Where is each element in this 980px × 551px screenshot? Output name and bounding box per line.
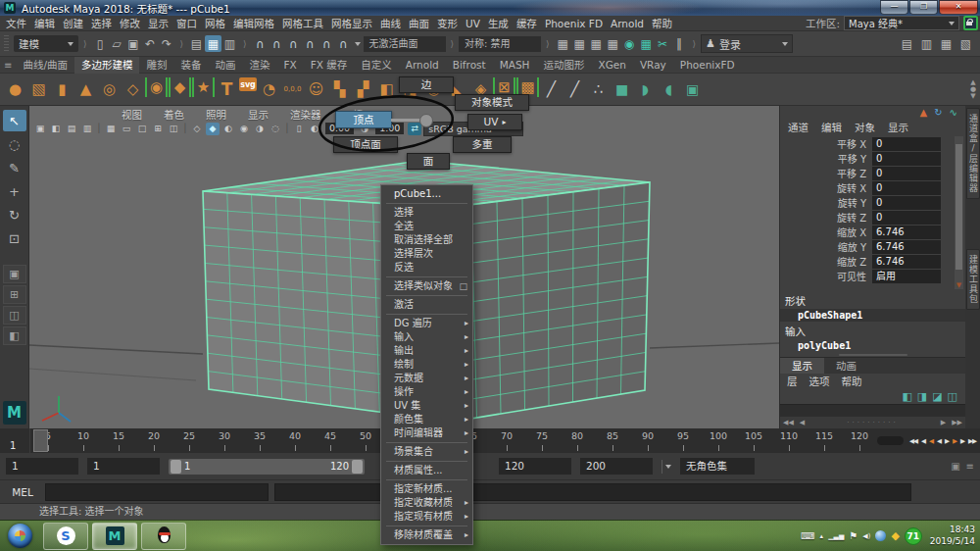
context-menu-item[interactable]: 时间编辑器 ▸	[381, 426, 472, 440]
move-tool-icon[interactable]: +	[3, 180, 26, 202]
horizontal-scrollbar[interactable]: ◀◀◀ ·········· ▶▶▶	[780, 416, 965, 428]
channel-box-menu[interactable]: 对象	[855, 120, 875, 134]
marking-menu-face[interactable]: 面	[407, 153, 450, 170]
snap-flyout-icon[interactable]	[355, 42, 361, 46]
timeline-tick[interactable]: 90	[630, 428, 665, 453]
menu-set-dropdown[interactable]: 建模	[14, 35, 78, 52]
select-tool-icon[interactable]: ↖	[3, 110, 26, 131]
anim-pref-icons[interactable]: ▣≡	[951, 461, 974, 472]
menubar-item[interactable]: 变形	[433, 18, 462, 29]
shelf-tab[interactable]: 多边形建模	[74, 57, 140, 74]
context-menu-item[interactable]: 移除材质覆盖 ▸	[381, 528, 472, 542]
context-menu-item[interactable]: 选择类似对象 □	[381, 279, 472, 293]
timeline-tick[interactable]: 30	[207, 428, 242, 453]
textured-mode-icon[interactable]: ◐	[221, 123, 235, 135]
toolbox-extra-2-icon[interactable]: ▥	[918, 35, 935, 52]
drag-grip[interactable]	[4, 35, 9, 53]
context-menu-item[interactable]: 选择层次	[381, 247, 472, 261]
playback-button[interactable]: ▶	[952, 437, 957, 445]
shape-node[interactable]: pCubeShape1	[780, 309, 965, 322]
shelf-tab[interactable]: Arnold	[399, 57, 446, 74]
rotate-tool-icon[interactable]: ↻	[3, 204, 26, 225]
symmetry-field[interactable]: 对称: 禁用	[459, 36, 541, 52]
animation-end-field[interactable]: 200	[580, 458, 653, 475]
shelf-tab[interactable]: FX 缓存	[304, 57, 355, 74]
context-menu-item[interactable]	[386, 442, 467, 443]
channel-value[interactable]: 6.746	[872, 225, 941, 239]
taskbar-qq-button[interactable]	[141, 523, 186, 550]
svg-tool-icon[interactable]: svg	[239, 77, 257, 91]
playback-start-field[interactable]: 1	[87, 458, 160, 475]
context-menu-item[interactable]: 材质属性...	[381, 464, 472, 477]
sep[interactable]: │	[96, 123, 102, 135]
undo-icon[interactable]: ↶	[142, 35, 159, 52]
shadows-icon[interactable]: ◑	[253, 123, 267, 135]
context-menu-item[interactable]: pCube1...	[381, 187, 472, 201]
tray-network-icon[interactable]	[875, 530, 886, 541]
timeline-tick[interactable]: 100	[701, 428, 736, 453]
toolbox-extra-3-icon[interactable]: ▦	[938, 35, 955, 52]
shelf-tab[interactable]: 自定义	[354, 57, 399, 74]
marking-menu-vertex[interactable]: 顶点	[335, 111, 392, 128]
range-slider[interactable]: 1 120	[169, 459, 365, 475]
menubar-item[interactable]: 帮助	[648, 18, 676, 29]
channel-value[interactable]: 0	[872, 196, 941, 210]
quad-draw-icon[interactable]: ▚	[328, 77, 351, 101]
layer-editor-tab[interactable]: 动画	[824, 358, 868, 374]
playback-end-field[interactable]: 120	[499, 458, 571, 475]
tray-battery-badge[interactable]: 71	[905, 527, 922, 545]
layer-move-icon[interactable]: ◫	[948, 390, 957, 403]
workspace-lock-icon[interactable]	[963, 16, 978, 30]
range-handle-left[interactable]	[171, 460, 181, 474]
scrollbar-thumb[interactable]	[956, 144, 962, 270]
shelf-menu-icon[interactable]: ≡	[4, 60, 12, 71]
layer-editor-menu[interactable]: 帮助	[842, 374, 862, 388]
bookmark-icon[interactable]: ▤	[65, 123, 78, 135]
menubar-item[interactable]: 显示	[144, 18, 172, 29]
playback-button[interactable]: ▶	[944, 437, 950, 445]
minimize-button[interactable]: —	[880, 0, 908, 15]
menubar-item[interactable]: 编辑	[30, 18, 59, 29]
menubar-item[interactable]: UV	[462, 18, 484, 29]
scale-tool-icon[interactable]: ⊡	[3, 227, 26, 249]
channel-refresh-icon[interactable]: ↻	[934, 108, 942, 118]
combine-icon[interactable]: ◧	[375, 77, 398, 101]
marking-menu-object-mode[interactable]: 对象模式	[455, 94, 529, 111]
menubar-item[interactable]: 网格	[201, 18, 229, 29]
shelf-tab[interactable]: 曲线/曲面	[16, 57, 74, 74]
render-current-icon[interactable]: ◉	[621, 35, 638, 52]
shaded-mode-icon[interactable]: ◆	[206, 123, 220, 135]
menubar-item[interactable]: 生成	[484, 18, 513, 29]
context-menu-item[interactable]: 选择	[381, 206, 472, 220]
timeline-tick[interactable]: 110	[771, 428, 807, 453]
taskbar-clock[interactable]: 18:43 2019/5/14	[930, 525, 975, 547]
shelf-tab[interactable]: XGen	[591, 57, 632, 74]
redo-icon[interactable]: ↷	[159, 35, 175, 52]
character-set-field[interactable]: 无角色集	[680, 458, 755, 475]
title-bar[interactable]: M Autodesk Maya 2018: 无标题* --- pCube1 — …	[0, 0, 980, 16]
context-menu-item[interactable]: 输出 ▸	[381, 344, 472, 358]
context-menu-item[interactable]: 取消选择全部	[381, 233, 472, 247]
menubar-item[interactable]: 曲面	[405, 18, 433, 29]
playback-button[interactable]: ◀	[936, 437, 942, 445]
layer-new-selected-icon[interactable]: ◪	[932, 390, 942, 403]
poly-cone-icon[interactable]: ▲	[74, 77, 97, 101]
bool-cube-icon[interactable]: ▣	[681, 77, 704, 101]
timeline-tick[interactable]: 50	[348, 428, 383, 453]
timeline-tick[interactable]: 120	[842, 428, 877, 453]
poly-sphere-icon[interactable]: ●	[4, 77, 26, 101]
playback-button[interactable]: ◀◀	[908, 437, 918, 445]
context-menu-item[interactable]: 全选	[381, 220, 472, 233]
shelf-tab[interactable]: 渲染	[242, 57, 276, 74]
snap-projected-center-icon[interactable]: ∩	[302, 35, 318, 52]
poly-cube-icon[interactable]: ▧	[27, 77, 50, 101]
multi-cut-icon[interactable]: ╱	[564, 77, 586, 101]
shelf-tab[interactable]: PhoenixFD	[673, 57, 742, 74]
playback-button[interactable]: ▶▶	[967, 437, 977, 445]
layout-four-icon[interactable]: ⊞	[3, 285, 26, 304]
scroll-down-icon[interactable]: ▼	[955, 281, 963, 289]
context-menu-item[interactable]: DG 遍历 ▸	[381, 317, 472, 330]
command-input[interactable]	[45, 483, 269, 501]
open-scene-icon[interactable]: ▱	[109, 35, 125, 52]
login-dropdown[interactable]: ♟ 登录	[701, 34, 793, 53]
